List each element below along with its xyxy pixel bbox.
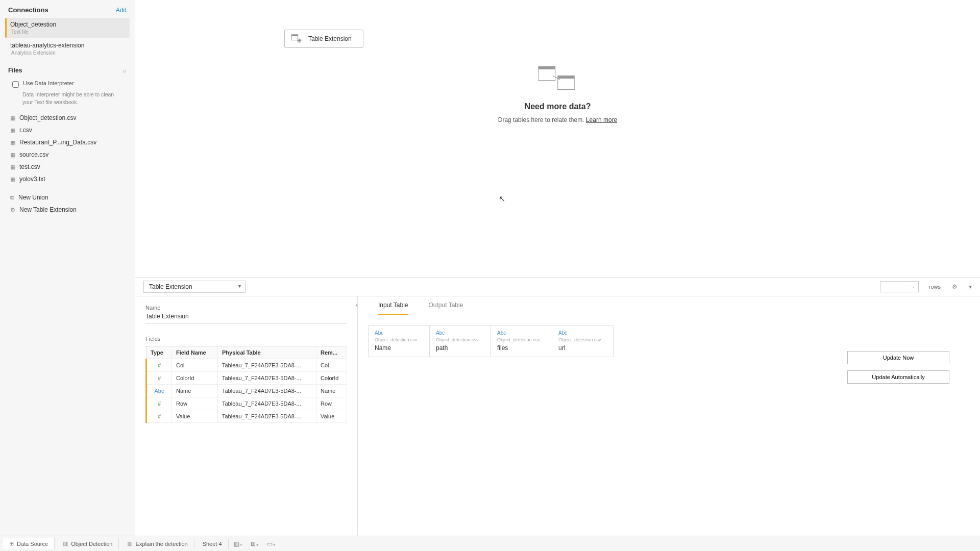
connections-heading: Connections bbox=[8, 6, 48, 14]
col-type[interactable]: Type bbox=[146, 346, 172, 359]
sidebar: Connections Add Object_detestion Text fi… bbox=[0, 0, 135, 536]
field-row[interactable]: #RowTableau_7_F24AD7E3-5DA8-...Row bbox=[146, 397, 347, 410]
table-extension-icon bbox=[291, 34, 302, 43]
field-row[interactable]: #ColTableau_7_F24AD7E3-5DA8-...Col bbox=[146, 359, 347, 372]
rows-input[interactable]: → bbox=[880, 281, 919, 292]
input-schema-table: AbcObject_detestion.csvName AbcObject_de… bbox=[368, 325, 614, 357]
worksheet-tab[interactable]: ▥Object Detection bbox=[57, 538, 119, 549]
svg-rect-1 bbox=[291, 35, 298, 36]
table-icon: ▦ bbox=[10, 176, 15, 183]
data-interpreter-checkbox[interactable] bbox=[12, 81, 19, 88]
empty-subtitle: Drag tables here to relate them. Learn m… bbox=[498, 116, 617, 123]
tab-output-table[interactable]: Output Table bbox=[429, 302, 463, 315]
datasource-icon: ⊞ bbox=[9, 540, 14, 547]
detail-right-panel: ‹ Input Table Output Table AbcObject_det… bbox=[357, 296, 980, 536]
connections-list: Object_detestion Text file tableau-analy… bbox=[0, 18, 135, 60]
rows-label: rows bbox=[929, 284, 941, 290]
search-icon[interactable]: ⌕ bbox=[123, 67, 127, 73]
tab-data-source[interactable]: ⊞Data Source bbox=[3, 538, 55, 549]
table-icon: ▦ bbox=[10, 115, 15, 121]
field-row[interactable]: AbcNameTableau_7_F24AD7E3-5DA8-...Name bbox=[146, 385, 347, 397]
files-heading: Files bbox=[8, 67, 22, 74]
union-icon: ⧉ bbox=[10, 194, 14, 201]
logical-table-dropdown[interactable]: Table Extension bbox=[143, 281, 246, 293]
new-dashboard-icon[interactable]: ⊞₊ bbox=[248, 538, 262, 549]
empty-title: Need more data? bbox=[498, 102, 617, 111]
name-label: Name bbox=[145, 305, 347, 311]
table-extension-pill[interactable]: Table Extension bbox=[284, 30, 363, 48]
data-interpreter-hint: Data Interpreter might be able to clean … bbox=[0, 91, 135, 106]
sheet-icon: ▥ bbox=[127, 540, 132, 547]
file-item[interactable]: ▦Restaurant_P...ing_Data.csv bbox=[5, 136, 130, 148]
relate-tables-icon bbox=[538, 66, 577, 92]
chevron-down-icon[interactable]: ▾ bbox=[969, 283, 972, 290]
file-item[interactable]: ▦Object_detestion.csv bbox=[5, 112, 130, 124]
connection-item-object-detestion[interactable]: Object_detestion Text file bbox=[5, 18, 130, 38]
data-interpreter-label: Use Data Interpreter bbox=[23, 80, 74, 86]
collapse-left-icon[interactable]: ‹ bbox=[352, 302, 362, 309]
detail-toolbar: Table Extension → rows ⚙ ▾ bbox=[135, 277, 980, 296]
arrow-right-icon: → bbox=[910, 284, 915, 290]
extension-icon: ⚙ bbox=[10, 207, 15, 213]
detail-left-panel: Name Table Extension Fields Type Field N… bbox=[135, 296, 357, 536]
empty-state: Need more data? Drag tables here to rela… bbox=[498, 66, 617, 123]
file-item[interactable]: ▦source.csv bbox=[5, 148, 130, 161]
new-union-button[interactable]: ⧉New Union bbox=[5, 191, 130, 204]
table-icon: ▦ bbox=[10, 152, 15, 158]
table-icon: ▦ bbox=[10, 139, 15, 146]
connection-item-analytics-extension[interactable]: tableau-analytics-extension Analytics Ex… bbox=[5, 39, 130, 59]
new-table-extension-button[interactable]: ⚙New Table Extension bbox=[5, 204, 130, 216]
col-physical-table[interactable]: Physical Table bbox=[218, 346, 316, 359]
worksheet-tab[interactable]: Sheet 4 bbox=[197, 539, 229, 549]
sheet-icon: ▥ bbox=[63, 540, 68, 547]
name-value[interactable]: Table Extension bbox=[145, 313, 347, 323]
input-col[interactable]: AbcObject_detestion.csvurl bbox=[552, 326, 614, 357]
update-now-button[interactable]: Update Now bbox=[847, 351, 949, 364]
input-col[interactable]: AbcObject_detestion.csvfiles bbox=[491, 326, 552, 357]
new-story-icon[interactable]: ▭₊ bbox=[264, 538, 279, 549]
table-icon: ▦ bbox=[10, 164, 15, 170]
tab-input-table[interactable]: Input Table bbox=[378, 302, 408, 315]
add-connection-button[interactable]: Add bbox=[116, 7, 127, 14]
gear-icon[interactable]: ⚙ bbox=[952, 283, 958, 290]
io-tabs: Input Table Output Table bbox=[358, 296, 980, 315]
file-item[interactable]: ▦test.csv bbox=[5, 161, 130, 173]
file-item[interactable]: ▦yolov3.txt bbox=[5, 173, 130, 185]
cursor-icon: ↖ bbox=[499, 194, 505, 204]
worksheet-tab[interactable]: ▥Explain the detection bbox=[121, 538, 194, 549]
col-field-name[interactable]: Field Name bbox=[172, 346, 218, 359]
field-row[interactable]: #ColorIdTableau_7_F24AD7E3-5DA8-...Color… bbox=[146, 372, 347, 385]
field-row[interactable]: #ValueTableau_7_F24AD7E3-5DA8-...Value bbox=[146, 410, 347, 423]
file-list: ▦Object_detestion.csv ▦r.csv ▦Restaurant… bbox=[0, 110, 135, 187]
input-col[interactable]: AbcObject_detestion.csvpath bbox=[430, 326, 491, 357]
svg-rect-4 bbox=[298, 40, 301, 41]
table-icon: ▦ bbox=[10, 127, 15, 134]
fields-table: Type Field Name Physical Table Rem... #C… bbox=[145, 346, 347, 423]
learn-more-link[interactable]: Learn more bbox=[586, 116, 617, 123]
file-item[interactable]: ▦r.csv bbox=[5, 124, 130, 136]
relation-canvas[interactable]: Table Extension Need more data? Drag tab… bbox=[135, 0, 980, 277]
fields-label: Fields bbox=[145, 336, 347, 342]
col-remote[interactable]: Rem... bbox=[316, 346, 347, 359]
update-automatically-button[interactable]: Update Automatically bbox=[847, 370, 949, 384]
input-col[interactable]: AbcObject_detestion.csvName bbox=[369, 326, 430, 357]
new-worksheet-icon[interactable]: ▥₊ bbox=[231, 538, 246, 549]
canvas-area: Table Extension Need more data? Drag tab… bbox=[135, 0, 980, 536]
status-bar: ⊞Data Source ▥Object Detection ▥Explain … bbox=[0, 536, 980, 551]
